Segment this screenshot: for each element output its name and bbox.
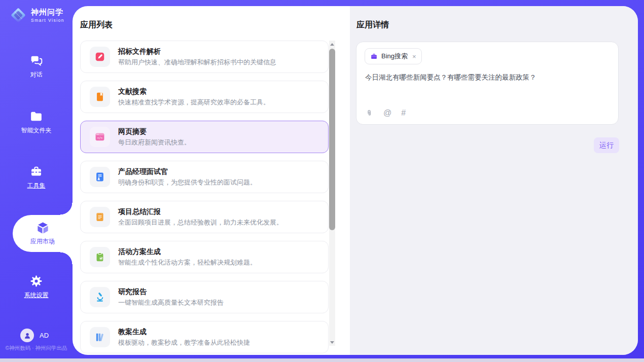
sidebar-item-label: 工具集 <box>27 182 46 190</box>
active-tab-notch-top <box>60 203 73 215</box>
app-card-title: 网页摘要 <box>118 127 191 136</box>
tool-chip-bing-search[interactable]: Bing搜索 × <box>365 48 422 64</box>
app-card-title: 产品经理面试官 <box>118 167 257 176</box>
sidebar-item-smart-folder[interactable]: 智能文件夹 <box>0 110 73 135</box>
app-card-title: 文献搜索 <box>118 87 270 96</box>
app-card-literature-search[interactable]: 文献搜索 快速精准查找学术资源，提高研究效率的必备工具。 <box>80 81 329 113</box>
app-card-research-report[interactable]: 研究报告 一键智能生成高质量长文本研究报告 <box>80 281 329 313</box>
app-card-title: 招标文件解析 <box>118 47 276 56</box>
sidebar-item-label: 应用市场 <box>30 237 55 246</box>
copyright-footer: ©神州数码 · 神州问学出品 <box>0 345 73 352</box>
app-card-bid-document-parse[interactable]: 招标文件解析 帮助用户快速、准确地理解和解析招标书中的关键信息 <box>80 41 329 73</box>
app-card-event-plan[interactable]: 活动方案生成 智能生成个性化活动方案，轻松解决规划难题。 <box>80 241 329 273</box>
note-icon <box>90 207 110 227</box>
app-card-project-summary[interactable]: 项目总结汇报 全面回顾项目进展，总结经验教训，助力未来优化发展。 <box>80 201 329 233</box>
app-card-subtitle: 快速精准查找学术资源，提高研究效率的必备工具。 <box>118 98 270 107</box>
active-tab-notch-bottom <box>60 252 73 264</box>
logo-diamond-icon <box>9 6 27 24</box>
app-card-web-summary[interactable]: </> 网页摘要 每日政府新闻资讯快查。 <box>80 121 329 153</box>
svg-text:</>: </> <box>97 136 103 139</box>
tool-chip-label: Bing搜索 <box>381 52 408 61</box>
composer-toolbar: @ # <box>365 108 406 118</box>
app-tagline: Smart Vision <box>31 18 64 23</box>
gear-icon <box>29 274 43 288</box>
app-card-title: 项目总结汇报 <box>118 207 283 216</box>
app-card-title: 活动方案生成 <box>118 247 257 257</box>
sidebar-item-chat[interactable]: 对话 <box>0 54 73 79</box>
app-card-subtitle: 全面回顾项目进展，总结经验教训，助力未来优化发展。 <box>118 218 283 227</box>
sidebar-item-label: 系统设置 <box>24 291 49 300</box>
avatar[interactable] <box>20 329 34 342</box>
sidebar: 神州问学 Smart Vision 对话 智能文件夹 <box>0 0 73 358</box>
sidebar-item-app-market[interactable]: 应用市场 <box>13 215 73 252</box>
app-list: 招标文件解析 帮助用户快速、准确地理解和解析招标书中的关键信息 文献搜索 快速精… <box>80 41 329 355</box>
app-detail-pane: 应用详情 Bing搜索 × 今日湖北有哪些新闻要点？有哪些需要关注的最新政策？ <box>350 6 638 355</box>
toolbox-icon <box>29 165 43 178</box>
doc-person-icon <box>90 167 110 187</box>
prompt-text[interactable]: 今日湖北有哪些新闻要点？有哪些需要关注的最新政策？ <box>365 73 611 83</box>
paperclip-icon[interactable] <box>365 109 374 118</box>
run-button[interactable]: 运行 <box>594 137 619 153</box>
app-card-subtitle: 一键智能生成高质量长文本研究报告 <box>118 298 224 307</box>
app-card-subtitle: 帮助用户快速、准确地理解和解析招标书中的关键信息 <box>118 58 276 67</box>
app-detail-title: 应用详情 <box>356 20 389 30</box>
app-list-scrollbar[interactable] <box>329 41 335 346</box>
browser-code-icon: </> <box>90 127 110 147</box>
app-list-title: 应用列表 <box>80 20 113 30</box>
user-initials: AD <box>40 332 49 339</box>
scrollbar-thumb[interactable] <box>329 49 335 230</box>
books-icon <box>90 327 110 347</box>
book-icon <box>90 87 110 107</box>
folder-icon <box>29 110 43 123</box>
app-name: 神州问学 <box>31 8 64 17</box>
sidebar-item-toolset[interactable]: 工具集 <box>0 165 73 190</box>
cube-icon <box>36 221 50 235</box>
close-icon[interactable]: × <box>412 53 416 60</box>
sidebar-item-label: 对话 <box>30 70 43 79</box>
app-logo: 神州问学 Smart Vision <box>9 6 64 24</box>
main-content-card: 应用列表 招标文件解析 帮助用户快速、准确地理解和解析招标书中的关键信息 <box>73 6 638 355</box>
sidebar-item-label: 智能文件夹 <box>21 126 52 135</box>
app-card-title: 教案生成 <box>118 328 250 337</box>
clipboard-check-icon <box>90 247 110 267</box>
scroll-up-button[interactable] <box>329 41 335 48</box>
app-card-lesson-plan[interactable]: 教案生成 模板驱动，教案秒成，教学准备从此轻松快捷 <box>80 321 329 353</box>
triangle-up-icon <box>330 43 334 46</box>
app-card-title: 研究报告 <box>118 287 224 297</box>
briefcase-icon <box>370 53 378 60</box>
app-card-pm-interviewer[interactable]: 产品经理面试官 明确身份和职责，为您提供专业性的面试问题。 <box>80 161 329 193</box>
edit-doc-icon <box>90 47 110 67</box>
chat-icon <box>29 54 43 67</box>
microscope-icon <box>90 287 110 307</box>
app-card-subtitle: 每日政府新闻资讯快查。 <box>118 138 191 147</box>
triangle-down-icon <box>330 341 334 344</box>
app-card-subtitle: 智能生成个性化活动方案，轻松解决规划难题。 <box>118 258 257 267</box>
bottom-strip <box>0 358 644 362</box>
scroll-down-button[interactable] <box>329 339 335 346</box>
app-card-subtitle: 模板驱动，教案秒成，教学准备从此轻松快捷 <box>118 338 250 347</box>
sidebar-item-settings[interactable]: 系统设置 <box>0 274 73 300</box>
app-card-subtitle: 明确身份和职责，为您提供专业性的面试问题。 <box>118 178 257 187</box>
at-icon[interactable]: @ <box>383 108 391 118</box>
prompt-input[interactable]: Bing搜索 × 今日湖北有哪些新闻要点？有哪些需要关注的最新政策？ @ # <box>356 42 619 125</box>
hash-icon[interactable]: # <box>401 108 406 118</box>
user-account[interactable]: AD <box>20 329 49 342</box>
